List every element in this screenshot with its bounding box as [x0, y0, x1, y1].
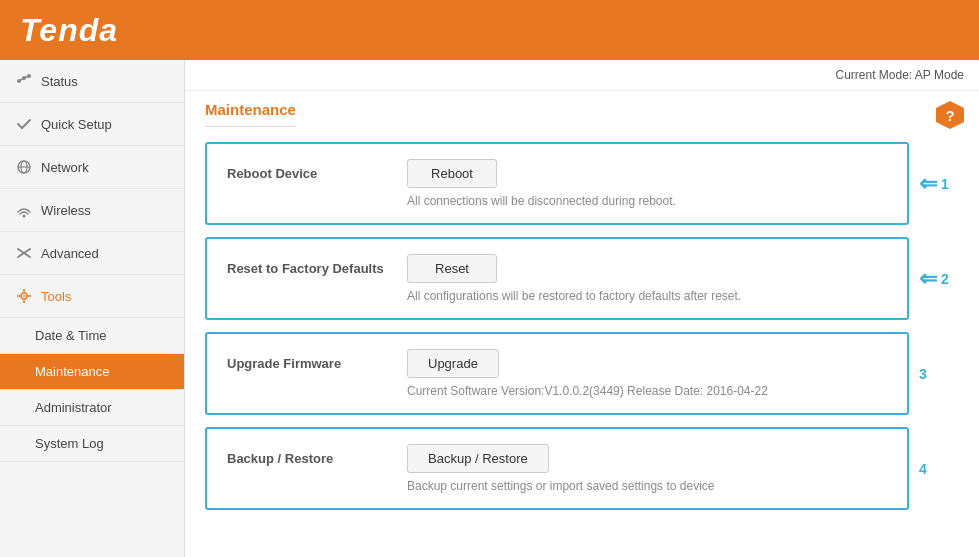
reboot-arrow-num: 1 — [941, 176, 949, 192]
tools-icon — [15, 287, 33, 305]
reboot-desc: All connections will be disconnected dur… — [407, 194, 887, 208]
backup-button[interactable]: Backup / Restore — [407, 444, 549, 473]
sidebar-label-tools: Tools — [41, 289, 71, 304]
sidebar-item-tools[interactable]: Tools — [0, 275, 184, 318]
reboot-row: Reboot Device Reboot — [227, 159, 887, 188]
sidebar-label-wireless: Wireless — [41, 203, 91, 218]
reboot-label: Reboot Device — [227, 166, 387, 181]
backup-section-wrapper: Backup / Restore Backup / Restore Backup… — [205, 427, 959, 510]
main-layout: Status Quick Setup Network — [0, 60, 979, 557]
header: Tenda — [0, 0, 979, 60]
sidebar-sub-item-administrator[interactable]: Administrator — [0, 390, 184, 426]
reset-arrow-num: 2 — [941, 271, 949, 287]
sub-label-maintenance: Maintenance — [35, 364, 109, 379]
logo: Tenda — [20, 12, 118, 49]
reset-button[interactable]: Reset — [407, 254, 497, 283]
backup-arrow: 4 — [919, 461, 959, 477]
reboot-section-wrapper: Reboot Device Reboot All connections wil… — [205, 142, 959, 225]
upgrade-desc: Current Software Version:V1.0.0.2(3449) … — [407, 384, 887, 398]
reboot-card: Reboot Device Reboot All connections wil… — [205, 142, 909, 225]
sidebar-label-quick-setup: Quick Setup — [41, 117, 112, 132]
sub-label-system-log: System Log — [35, 436, 104, 451]
current-mode: Current Mode: AP Mode — [835, 68, 964, 82]
sidebar-label-network: Network — [41, 160, 89, 175]
upgrade-button[interactable]: Upgrade — [407, 349, 499, 378]
backup-card: Backup / Restore Backup / Restore Backup… — [205, 427, 909, 510]
reset-desc: All configurations will be restored to f… — [407, 289, 887, 303]
upgrade-label: Upgrade Firmware — [227, 356, 387, 371]
reboot-arrow-icon: ⇐ — [919, 171, 937, 197]
sidebar-sub-item-maintenance[interactable]: Maintenance — [0, 354, 184, 390]
sidebar-item-network[interactable]: Network — [0, 146, 184, 189]
reset-section-wrapper: Reset to Factory Defaults Reset All conf… — [205, 237, 959, 320]
backup-desc: Backup current settings or import saved … — [407, 479, 887, 493]
quick-setup-icon — [15, 115, 33, 133]
upgrade-section-wrapper: Upgrade Firmware Upgrade Current Softwar… — [205, 332, 959, 415]
upgrade-row: Upgrade Firmware Upgrade — [227, 349, 887, 378]
help-button[interactable]: ? — [936, 101, 964, 129]
wireless-icon — [15, 201, 33, 219]
sidebar-item-quick-setup[interactable]: Quick Setup — [0, 103, 184, 146]
advanced-icon — [15, 244, 33, 262]
reset-arrow: ⇐ 2 — [919, 266, 959, 292]
sidebar-item-status[interactable]: Status — [0, 60, 184, 103]
upgrade-card: Upgrade Firmware Upgrade Current Softwar… — [205, 332, 909, 415]
sub-label-date-time: Date & Time — [35, 328, 107, 343]
svg-point-10 — [23, 295, 25, 297]
sidebar-sub-item-date-time[interactable]: Date & Time — [0, 318, 184, 354]
upgrade-arrow: 3 — [919, 366, 959, 382]
sidebar: Status Quick Setup Network — [0, 60, 185, 557]
backup-label: Backup / Restore — [227, 451, 387, 466]
sub-label-administrator: Administrator — [35, 400, 112, 415]
reset-arrow-icon: ⇐ — [919, 266, 937, 292]
sidebar-label-status: Status — [41, 74, 78, 89]
network-icon — [15, 158, 33, 176]
reboot-arrow: ⇐ 1 — [919, 171, 959, 197]
reset-label: Reset to Factory Defaults — [227, 261, 387, 276]
reboot-button[interactable]: Reboot — [407, 159, 497, 188]
sidebar-item-advanced[interactable]: Advanced — [0, 232, 184, 275]
content-header: Current Mode: AP Mode — [185, 60, 979, 91]
reset-row: Reset to Factory Defaults Reset — [227, 254, 887, 283]
reset-card: Reset to Factory Defaults Reset All conf… — [205, 237, 909, 320]
sidebar-item-wireless[interactable]: Wireless — [0, 189, 184, 232]
content-inner: Maintenance ? Reboot Device Reboot All c… — [185, 91, 979, 542]
backup-row: Backup / Restore Backup / Restore — [227, 444, 887, 473]
backup-arrow-num: 4 — [919, 461, 927, 477]
status-icon — [15, 72, 33, 90]
sidebar-label-advanced: Advanced — [41, 246, 99, 261]
content-area: Current Mode: AP Mode Maintenance ? Rebo… — [185, 60, 979, 557]
sidebar-sub-item-system-log[interactable]: System Log — [0, 426, 184, 462]
page-title: Maintenance — [205, 101, 296, 127]
svg-point-6 — [23, 215, 26, 218]
upgrade-arrow-num: 3 — [919, 366, 927, 382]
